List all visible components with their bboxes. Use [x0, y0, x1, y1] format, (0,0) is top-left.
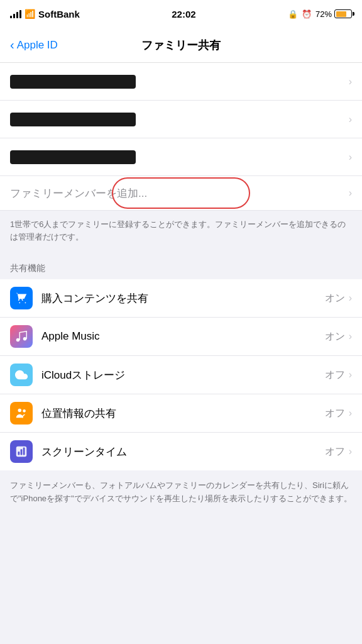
- bar2: [13, 14, 15, 18]
- member-row-3[interactable]: ›: [0, 138, 362, 176]
- purchase-icon: A: [10, 287, 33, 309]
- feature-music-row[interactable]: Apple Music オン ›: [0, 318, 362, 356]
- svg-point-2: [23, 337, 27, 341]
- members-section: › › › ファミリーメンバーを追加... ›: [0, 63, 362, 211]
- chevron-right-icon: ›: [349, 446, 352, 457]
- chevron-right-icon: ›: [349, 331, 352, 342]
- battery-container: 72%: [315, 9, 352, 19]
- features-section: A 購入コンテンツを共有 オン › Apple Music オン ›: [0, 279, 362, 470]
- bar3: [16, 12, 18, 18]
- feature-location-row[interactable]: 位置情報の共有 オフ ›: [0, 394, 362, 433]
- member-2-name: [10, 113, 136, 126]
- page-title: ファミリー共有: [141, 38, 221, 53]
- nav-bar: ‹ Apple ID ファミリー共有: [0, 28, 362, 63]
- icloud-status: オフ: [325, 369, 345, 382]
- svg-point-1: [16, 338, 20, 342]
- battery-icon: [334, 9, 352, 18]
- svg-rect-8: [23, 448, 25, 455]
- location-icon: [10, 402, 33, 425]
- chevron-right-icon: ›: [349, 408, 352, 419]
- chevron-left-icon: ‹: [10, 38, 14, 51]
- music-icon: [10, 325, 33, 348]
- purchase-status: オン: [325, 292, 345, 305]
- signal-bars: [10, 9, 21, 18]
- chevron-right-icon: ›: [349, 152, 352, 163]
- add-member-row[interactable]: ファミリーメンバーを追加... ›: [0, 176, 362, 211]
- status-bar: 📶 SoftBank 22:02 🔒 ⏰ 72%: [0, 0, 362, 28]
- carrier-name: SoftBank: [38, 9, 80, 19]
- screentime-icon: [10, 440, 33, 463]
- chevron-right-icon: ›: [349, 187, 352, 199]
- wifi-icon: 📶: [25, 9, 35, 19]
- features-section-header: 共有機能: [0, 250, 362, 279]
- battery-percent: 72%: [315, 9, 332, 19]
- music-status: オン: [325, 330, 345, 343]
- icloud-label: iCloudストレージ: [41, 368, 325, 382]
- battery-fill: [336, 11, 347, 17]
- bar4: [19, 10, 21, 18]
- screentime-label: スクリーンタイム: [41, 445, 325, 459]
- back-button[interactable]: ‹ Apple ID: [10, 39, 58, 52]
- chevron-right-icon: ›: [349, 76, 352, 87]
- alarm-icon: ⏰: [302, 9, 312, 19]
- bottom-info-text: ファミリーメンバーも、フォトアルバムやファミリーのカレンダーを共有したり、Sir…: [0, 470, 362, 525]
- svg-rect-6: [18, 452, 20, 455]
- svg-text:A: A: [18, 294, 24, 303]
- status-left: 📶 SoftBank: [10, 9, 80, 19]
- feature-screentime-row[interactable]: スクリーンタイム オフ ›: [0, 433, 362, 470]
- feature-purchase-row[interactable]: A 購入コンテンツを共有 オン ›: [0, 279, 362, 318]
- content: › › › ファミリーメンバーを追加... › 1世帯で6人までファミリーに登録…: [0, 63, 362, 525]
- member-limit-info: 1世帯で6人までファミリーに登録することができます。ファミリーメンバーを追加でき…: [0, 211, 362, 250]
- chevron-right-icon: ›: [349, 114, 352, 125]
- lock-icon: 🔒: [288, 9, 298, 19]
- status-time: 22:02: [172, 9, 195, 19]
- member-row-1[interactable]: ›: [0, 63, 362, 101]
- back-label: Apple ID: [17, 39, 58, 52]
- svg-rect-7: [21, 449, 23, 455]
- music-label: Apple Music: [41, 330, 325, 343]
- chevron-right-icon: ›: [349, 292, 352, 304]
- bar1: [10, 16, 12, 18]
- member-1-name: [10, 75, 136, 89]
- status-right: 🔒 ⏰ 72%: [288, 9, 352, 19]
- svg-point-4: [23, 409, 26, 413]
- add-member-label: ファミリーメンバーを追加...: [10, 186, 349, 201]
- location-status: オフ: [325, 407, 345, 420]
- location-label: 位置情報の共有: [41, 406, 325, 421]
- member-row-2[interactable]: ›: [0, 101, 362, 138]
- member-3-name: [10, 150, 136, 164]
- svg-point-3: [18, 409, 22, 413]
- feature-icloud-row[interactable]: iCloudストレージ オフ ›: [0, 356, 362, 394]
- screentime-status: オフ: [325, 445, 345, 458]
- purchase-label: 購入コンテンツを共有: [41, 291, 325, 306]
- chevron-right-icon: ›: [349, 369, 352, 380]
- icloud-icon: [10, 364, 33, 386]
